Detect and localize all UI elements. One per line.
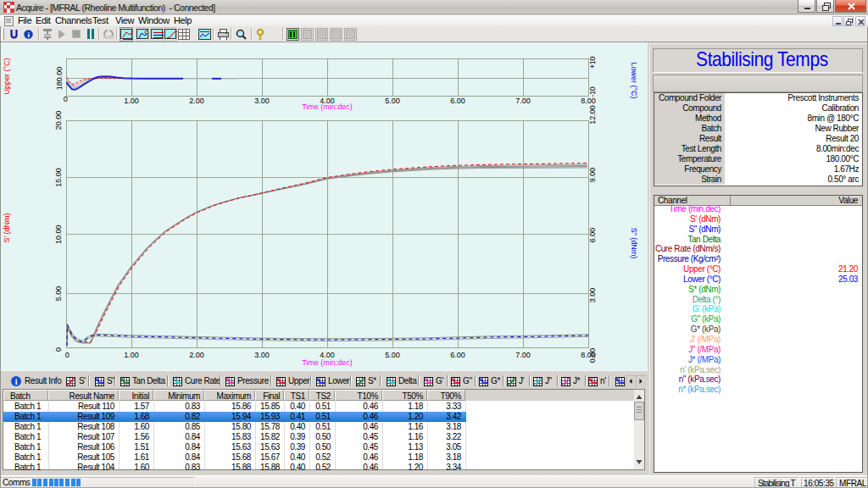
svg-text:12.00: 12.00 bbox=[588, 105, 597, 125]
svg-text:+10: +10 bbox=[588, 57, 597, 69]
svg-text:-10: -10 bbox=[588, 86, 597, 97]
svg-text:2.00: 2.00 bbox=[189, 351, 204, 359]
svg-text:9.00: 9.00 bbox=[588, 168, 597, 183]
svg-text:Lower (°C): Lower (°C) bbox=[630, 62, 638, 98]
svg-text:15.00: 15.00 bbox=[54, 168, 63, 187]
svg-text:S" (dNm): S" (dNm) bbox=[630, 228, 638, 259]
svg-text:8.00: 8.00 bbox=[581, 97, 596, 105]
svg-text:7.00: 7.00 bbox=[515, 351, 531, 359]
svg-text:0: 0 bbox=[65, 351, 70, 359]
svg-text:AUTO: AUTO bbox=[103, 35, 114, 40]
svg-text:3.00: 3.00 bbox=[588, 288, 597, 303]
svg-text:1.00: 1.00 bbox=[124, 97, 139, 105]
svg-text:3.00: 3.00 bbox=[254, 97, 270, 105]
svg-text:5.00: 5.00 bbox=[54, 286, 63, 302]
svg-text:5.00: 5.00 bbox=[385, 351, 400, 359]
svg-text:6.00: 6.00 bbox=[450, 97, 465, 105]
svg-text:Upper (°C): Upper (°C) bbox=[3, 58, 11, 94]
svg-text:S' (dNm): S' (dNm) bbox=[3, 213, 11, 242]
svg-text:3.00: 3.00 bbox=[254, 351, 270, 359]
svg-text:Time (min:dec): Time (min:dec) bbox=[302, 358, 353, 367]
svg-text:0: 0 bbox=[54, 347, 63, 352]
svg-text:Time (min:dec): Time (min:dec) bbox=[302, 103, 353, 111]
svg-text:6.00: 6.00 bbox=[588, 228, 597, 243]
svg-text:2.00: 2.00 bbox=[189, 97, 204, 105]
svg-text:6.00: 6.00 bbox=[450, 351, 465, 359]
svg-text:180.00: 180.00 bbox=[55, 67, 64, 91]
svg-text:8.00: 8.00 bbox=[581, 351, 596, 359]
svg-text:4.00: 4.00 bbox=[320, 351, 335, 359]
svg-text:7.00: 7.00 bbox=[515, 97, 531, 105]
svg-text:5.00: 5.00 bbox=[385, 97, 400, 105]
svg-text:1.00: 1.00 bbox=[124, 351, 139, 359]
svg-text:10.00: 10.00 bbox=[54, 225, 63, 245]
svg-text:0: 0 bbox=[64, 95, 68, 103]
svg-text:20.00: 20.00 bbox=[54, 111, 63, 130]
